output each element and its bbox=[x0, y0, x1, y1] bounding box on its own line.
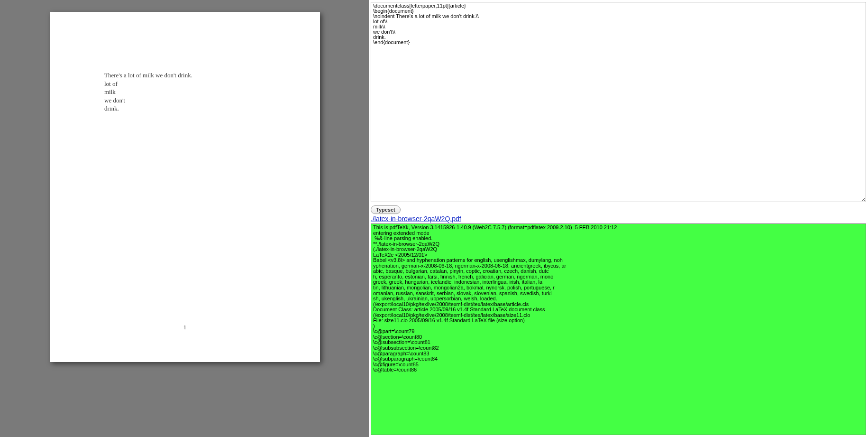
pdf-line: There's a lot of milk we don't drink. bbox=[104, 71, 292, 80]
typeset-button[interactable]: Typeset bbox=[371, 205, 401, 214]
pdf-page: There's a lot of milk we don't drink. lo… bbox=[50, 12, 320, 362]
log-wrap: This is pdfTeXk, Version 3.1415926-1.40.… bbox=[371, 223, 866, 435]
pdf-page-body: There's a lot of milk we don't drink. lo… bbox=[104, 71, 292, 113]
pdf-output-link[interactable]: ./latex-in-browser-2qaW2Q.pdf bbox=[369, 215, 868, 223]
latex-source-input[interactable] bbox=[371, 2, 866, 202]
pdf-page-number: 1 bbox=[50, 324, 320, 331]
app-root: There's a lot of milk we don't drink. lo… bbox=[0, 0, 868, 437]
editor-pane: Typeset ./latex-in-browser-2qaW2Q.pdf Th… bbox=[369, 0, 868, 437]
compile-log[interactable]: This is pdfTeXk, Version 3.1415926-1.40.… bbox=[371, 223, 866, 435]
controls-bar: Typeset bbox=[369, 204, 868, 215]
pdf-line: drink. bbox=[104, 104, 292, 113]
pdf-line: milk bbox=[104, 88, 292, 96]
pdf-line: lot of bbox=[104, 80, 292, 88]
pdf-line: we don't bbox=[104, 96, 292, 105]
pdf-preview-pane: There's a lot of milk we don't drink. lo… bbox=[0, 0, 369, 437]
source-area bbox=[369, 0, 868, 204]
